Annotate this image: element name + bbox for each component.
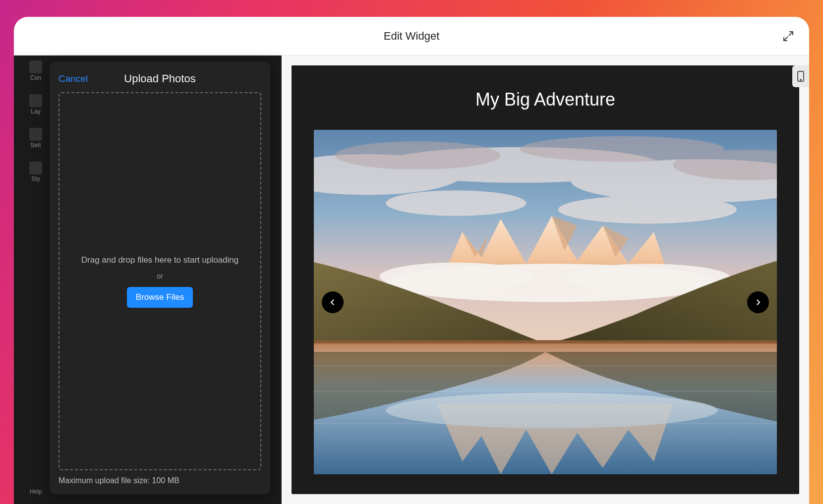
- modal-window: Edit Widget Con Lay Sett: [14, 17, 809, 504]
- dropzone[interactable]: Drag and drop files here to start upload…: [59, 92, 261, 470]
- expand-button[interactable]: [781, 29, 795, 43]
- cancel-button[interactable]: Cancel: [59, 73, 88, 84]
- upload-header: Cancel Upload Photos: [59, 72, 261, 85]
- sidebar-item-style[interactable]: Sty: [21, 162, 51, 182]
- content-split: Con Lay Sett Sty Help: [14, 56, 809, 504]
- sidebar-item-label: Lay: [31, 108, 40, 115]
- dropzone-hint: Drag and drop files here to start upload…: [81, 255, 239, 265]
- sidebar-item-label: Help: [30, 488, 42, 495]
- svg-point-1: [800, 79, 801, 80]
- preview-stage: My Big Adventure: [292, 65, 799, 494]
- svg-point-7: [558, 196, 737, 224]
- device-preview-button[interactable]: [792, 65, 809, 87]
- gear-icon: [29, 128, 42, 141]
- sidebar-item-label: Sty: [31, 175, 40, 182]
- upload-title: Upload Photos: [124, 72, 195, 85]
- sidebar-item-label: Sett: [30, 142, 41, 149]
- chevron-right-icon: [754, 298, 763, 307]
- sidebar-item-label: Con: [30, 74, 41, 81]
- sidebar-item-layout[interactable]: Lay: [21, 94, 51, 115]
- svg-point-6: [386, 190, 526, 216]
- right-pane: My Big Adventure: [282, 56, 809, 504]
- sidebar: Con Lay Sett Sty: [21, 60, 51, 182]
- layout-icon: [29, 94, 42, 107]
- carousel-image: [314, 130, 777, 474]
- sidebar-item-help[interactable]: Help: [21, 487, 51, 495]
- chevron-left-icon: [328, 298, 337, 307]
- carousel-next-button[interactable]: [747, 291, 769, 313]
- dropzone-or: or: [157, 272, 163, 280]
- pencil-icon: [29, 60, 42, 73]
- preview-heading: My Big Adventure: [475, 89, 615, 110]
- left-pane: Con Lay Sett Sty Help: [14, 56, 282, 504]
- landscape-image-placeholder: [314, 130, 777, 474]
- sidebar-item-content[interactable]: Con: [21, 60, 51, 81]
- palette-icon: [29, 162, 42, 174]
- browse-files-button[interactable]: Browse Files: [127, 287, 193, 308]
- svg-point-8: [335, 141, 501, 169]
- mobile-icon: [797, 70, 805, 82]
- max-filesize-hint: Maximum upload file size: 100 MB: [59, 476, 261, 485]
- expand-icon: [782, 30, 794, 42]
- svg-point-12: [379, 263, 532, 291]
- upload-panel: Cancel Upload Photos Drag and drop files…: [50, 61, 270, 494]
- sidebar-item-settings[interactable]: Sett: [21, 128, 51, 149]
- title-bar: Edit Widget: [14, 17, 809, 56]
- carousel-prev-button[interactable]: [322, 291, 344, 313]
- window-title: Edit Widget: [384, 30, 440, 43]
- carousel: [314, 130, 777, 474]
